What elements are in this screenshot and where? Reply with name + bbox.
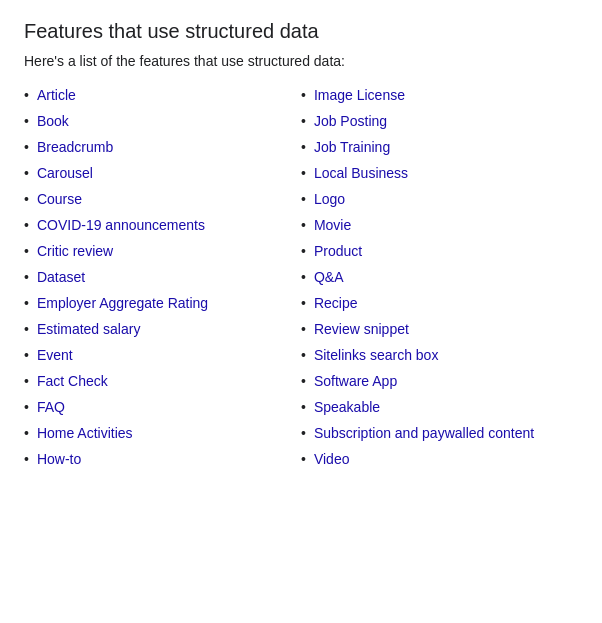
list-item: Logo <box>301 191 578 207</box>
feature-link[interactable]: COVID-19 announcements <box>37 217 205 233</box>
feature-link[interactable]: Movie <box>314 217 351 233</box>
feature-link[interactable]: Video <box>314 451 350 467</box>
feature-link[interactable]: Fact Check <box>37 373 108 389</box>
list-item: Recipe <box>301 295 578 311</box>
right-column: Image LicenseJob PostingJob TrainingLoca… <box>301 87 578 477</box>
feature-link[interactable]: Sitelinks search box <box>314 347 439 363</box>
list-item: COVID-19 announcements <box>24 217 301 233</box>
list-item: Breadcrumb <box>24 139 301 155</box>
feature-link[interactable]: Estimated salary <box>37 321 140 337</box>
feature-link[interactable]: Recipe <box>314 295 358 311</box>
feature-link[interactable]: Job Training <box>314 139 390 155</box>
list-item: Job Training <box>301 139 578 155</box>
list-item: Sitelinks search box <box>301 347 578 363</box>
feature-link[interactable]: Dataset <box>37 269 85 285</box>
list-item: Event <box>24 347 301 363</box>
subtitle: Here's a list of the features that use s… <box>24 53 578 69</box>
right-list: Image LicenseJob PostingJob TrainingLoca… <box>301 87 578 467</box>
left-column: ArticleBookBreadcrumbCarouselCourseCOVID… <box>24 87 301 477</box>
feature-link[interactable]: Software App <box>314 373 397 389</box>
left-list: ArticleBookBreadcrumbCarouselCourseCOVID… <box>24 87 301 467</box>
list-item: Image License <box>301 87 578 103</box>
list-item: Review snippet <box>301 321 578 337</box>
feature-link[interactable]: Article <box>37 87 76 103</box>
list-item: FAQ <box>24 399 301 415</box>
list-item: Software App <box>301 373 578 389</box>
feature-link[interactable]: Job Posting <box>314 113 387 129</box>
feature-link[interactable]: Speakable <box>314 399 380 415</box>
feature-link[interactable]: How-to <box>37 451 81 467</box>
list-item: How-to <box>24 451 301 467</box>
feature-link[interactable]: FAQ <box>37 399 65 415</box>
list-item: Local Business <box>301 165 578 181</box>
feature-link[interactable]: Course <box>37 191 82 207</box>
feature-link[interactable]: Subscription and paywalled content <box>314 425 534 441</box>
feature-link[interactable]: Image License <box>314 87 405 103</box>
feature-link[interactable]: Local Business <box>314 165 408 181</box>
list-item: Article <box>24 87 301 103</box>
list-item: Video <box>301 451 578 467</box>
feature-link[interactable]: Carousel <box>37 165 93 181</box>
list-item: Estimated salary <box>24 321 301 337</box>
list-item: Dataset <box>24 269 301 285</box>
list-item: Book <box>24 113 301 129</box>
feature-link[interactable]: Review snippet <box>314 321 409 337</box>
feature-list: ArticleBookBreadcrumbCarouselCourseCOVID… <box>24 87 578 477</box>
list-item: Q&A <box>301 269 578 285</box>
page-title: Features that use structured data <box>24 20 578 43</box>
list-item: Carousel <box>24 165 301 181</box>
feature-link[interactable]: Logo <box>314 191 345 207</box>
list-item: Movie <box>301 217 578 233</box>
feature-link[interactable]: Critic review <box>37 243 113 259</box>
feature-link[interactable]: Product <box>314 243 362 259</box>
list-item: Subscription and paywalled content <box>301 425 578 441</box>
feature-link[interactable]: Employer Aggregate Rating <box>37 295 208 311</box>
feature-link[interactable]: Home Activities <box>37 425 133 441</box>
list-item: Product <box>301 243 578 259</box>
list-item: Job Posting <box>301 113 578 129</box>
feature-link[interactable]: Event <box>37 347 73 363</box>
list-item: Course <box>24 191 301 207</box>
list-item: Fact Check <box>24 373 301 389</box>
feature-link[interactable]: Q&A <box>314 269 344 285</box>
list-item: Home Activities <box>24 425 301 441</box>
list-item: Speakable <box>301 399 578 415</box>
feature-link[interactable]: Book <box>37 113 69 129</box>
list-item: Critic review <box>24 243 301 259</box>
feature-link[interactable]: Breadcrumb <box>37 139 113 155</box>
list-item: Employer Aggregate Rating <box>24 295 301 311</box>
